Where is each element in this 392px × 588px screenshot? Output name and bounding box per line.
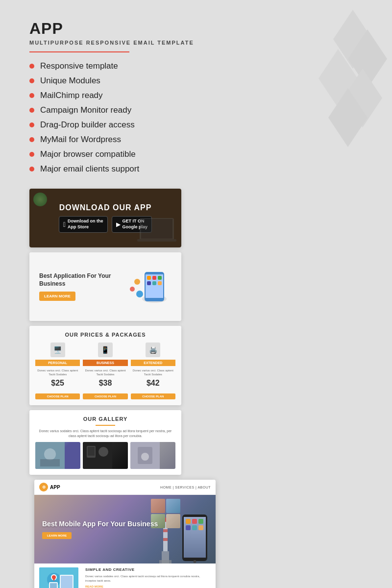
pricing-price-extended: $42 [131, 379, 175, 388]
left-column: APP MULTIPURPOSE RESPONSIVE EMAIL TEMPLA… [29, 20, 216, 480]
list-item: Campaign Monitor ready [29, 105, 216, 115]
svg-rect-17 [147, 281, 151, 285]
svg-rect-43 [192, 519, 197, 524]
bullet-icon [29, 137, 34, 142]
list-item: MyMail for Wordpress [29, 135, 216, 145]
bullet-icon [29, 78, 34, 83]
bullet-icon [29, 122, 34, 127]
email-hero: Best Mobile App For Your Business LEARN … [34, 495, 216, 564]
svg-point-48 [194, 560, 196, 563]
best-app-card: Best Application For Your Business LEARN… [29, 252, 181, 321]
svg-rect-10 [141, 219, 172, 239]
choose-plan-extended[interactable]: CHOOSE PLAN [131, 393, 175, 399]
hero-phone-graphic [181, 512, 208, 564]
pricing-grid: 🖥️ PERSONAL Donec varius orci. Class apt… [35, 343, 175, 399]
simple-creative-read-more[interactable]: READ MORE [85, 585, 211, 588]
phone-graphic [127, 267, 172, 306]
feature-list: Responsive template Unique Modules MailC… [29, 61, 216, 174]
svg-rect-38 [163, 538, 168, 541]
best-app-text: Best Application For Your Business LEARN… [39, 272, 127, 301]
svg-rect-46 [192, 525, 197, 530]
list-item: Major browser compatible [29, 149, 216, 159]
list-item: Drag-Drop builder access [29, 120, 216, 130]
bullet-icon [29, 108, 34, 113]
email-logo: ⚙ APP [39, 483, 60, 491]
gallery-desc: Donec varius sodales orci. Class aptent … [35, 429, 175, 439]
plan-name-business: BUSINESS [83, 360, 127, 366]
simple-creative-text: SIMPLE AND CREATIVE Donec varius sodales… [82, 567, 211, 588]
title-divider [29, 51, 196, 52]
choose-plan-personal[interactable]: CHOOSE PLAN [35, 393, 80, 399]
plan-name-personal: PERSONAL [35, 360, 80, 366]
svg-rect-47 [198, 525, 203, 530]
pricing-personal: 🖥️ PERSONAL Donec varius orci. Class apt… [35, 343, 80, 399]
pricing-business: 📱 BUSINESS Donec varius orci. Class apte… [83, 343, 127, 399]
pricing-card: OUR PRICES & PACKAGES 🖥️ PERSONAL Donec … [29, 326, 181, 405]
pricing-price-personal: $25 [35, 379, 80, 388]
svg-rect-25 [40, 459, 60, 466]
pricing-icon-extended: 🖨️ [146, 343, 160, 357]
svg-rect-55 [61, 576, 73, 588]
plan-name-extended: EXTENDED [131, 360, 175, 366]
email-preview: ⚙ APP HOME | SERVICES | ABOUT Best Mobil… [34, 480, 216, 588]
svg-rect-42 [186, 519, 191, 524]
appstore-button[interactable]:  Download on the App Store [59, 216, 108, 232]
gallery-images [35, 442, 175, 469]
hero-text: Best Mobile App For Your Business LEARN … [42, 520, 158, 539]
svg-rect-9 [137, 239, 176, 242]
page-title: APP [29, 20, 216, 38]
svg-rect-19 [158, 281, 162, 285]
simple-creative-desc: Donec varius sodales orci. Class aptent … [85, 574, 211, 583]
svg-rect-36 [159, 560, 172, 564]
right-column: ⚙ APP HOME | SERVICES | ABOUT Best Mobil… [34, 480, 216, 588]
svg-rect-14 [147, 276, 151, 280]
svg-point-20 [134, 279, 140, 285]
gallery-card: OUR GALLERY Donec varius sodales orci. C… [29, 410, 181, 475]
svg-rect-44 [198, 519, 203, 524]
svg-point-32 [141, 453, 149, 461]
simple-creative-title: SIMPLE AND CREATIVE [85, 567, 211, 572]
pricing-icon-personal: 🖥️ [50, 343, 65, 357]
gallery-image-3 [130, 442, 175, 469]
pricing-extended: 🖨️ EXTENDED Donec varius orci. Class apt… [131, 343, 175, 399]
svg-point-29 [98, 447, 108, 457]
list-item: Unique Modules [29, 76, 216, 86]
gallery-image-1 [35, 442, 80, 469]
svg-rect-15 [152, 276, 156, 280]
preview-left: DOWNLOAD OUR APP  Download on the App S… [29, 189, 181, 475]
gallery-divider [96, 425, 115, 426]
bullet-icon [29, 152, 34, 157]
svg-rect-37 [163, 529, 168, 532]
svg-point-22 [136, 291, 143, 297]
list-item: MailChimp ready [29, 91, 216, 100]
email-nav: HOME | SERVICES | ABOUT [160, 486, 211, 489]
choose-plan-business[interactable]: CHOOSE PLAN [83, 393, 127, 399]
download-card: DOWNLOAD OUR APP  Download on the App S… [29, 189, 181, 247]
svg-rect-28 [88, 447, 95, 456]
svg-rect-57 [50, 583, 57, 588]
bullet-icon [29, 93, 34, 98]
list-item: Major email clients support [29, 164, 216, 174]
list-item: Responsive template [29, 61, 216, 71]
svg-rect-16 [158, 276, 162, 280]
bullet-icon [29, 167, 34, 172]
pricing-icon-business: 📱 [98, 343, 113, 357]
pricing-price-business: $38 [83, 379, 127, 388]
svg-rect-45 [186, 525, 191, 530]
gallery-image-2 [83, 442, 128, 469]
email-header: ⚙ APP HOME | SERVICES | ABOUT [34, 480, 216, 495]
best-app-title: Best Application For Your Business [39, 272, 127, 288]
logo-icon: ⚙ [39, 483, 48, 491]
hero-title: Best Mobile App For Your Business [42, 520, 158, 528]
bullet-icon [29, 64, 34, 69]
hero-cta-button[interactable]: LEARN MORE [42, 532, 72, 539]
learn-more-button[interactable]: LEARN MORE [39, 292, 75, 301]
simple-creative-section: SIMPLE AND CREATIVE Donec varius sodales… [34, 564, 216, 588]
gallery-title: OUR GALLERY [35, 416, 175, 422]
page-subtitle: MULTIPURPOSE RESPONSIVE EMAIL TEMPLATE [29, 40, 216, 46]
svg-point-21 [130, 287, 135, 292]
svg-point-24 [44, 448, 56, 460]
svg-rect-18 [152, 281, 156, 285]
simple-creative-image [39, 567, 78, 588]
pricing-title: OUR PRICES & PACKAGES [35, 332, 175, 338]
